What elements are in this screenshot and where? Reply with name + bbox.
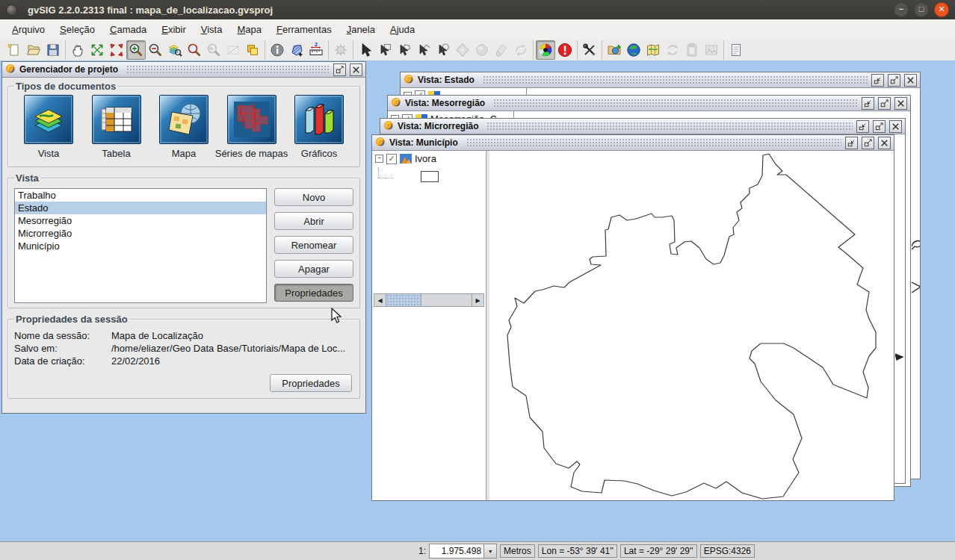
select-invert-icon[interactable] [511,40,531,60]
delete-button[interactable]: Apagar [274,260,353,278]
tree-collapse-icon[interactable]: − [375,155,383,163]
iconify-icon[interactable] [871,74,884,87]
municipio-titlebar[interactable]: Vista: Município [372,135,894,151]
zoom-layers-icon[interactable] [165,40,185,60]
zoom-extent-in-icon[interactable] [87,40,107,60]
window-project-manager[interactable]: Gerenciador de projeto Tipos de document… [1,61,366,414]
iconify-icon[interactable] [845,137,858,149]
select-buffer-icon[interactable] [453,40,472,60]
scale-value[interactable]: 1.975.498 [430,544,483,558]
scale-combo[interactable]: 1.975.498 ▼ [429,544,497,559]
doc-type-series-button[interactable] [227,95,276,144]
select-pointer-icon[interactable] [356,40,375,60]
geoprocess-icon[interactable] [331,40,350,60]
municipio-toc[interactable]: − ✓ Ivora ◀ ▶ [372,151,486,500]
save-project-icon[interactable] [43,40,63,60]
zoom-out-icon[interactable] [146,40,165,60]
select-sphere-icon[interactable] [472,40,492,60]
select-rectangle-icon[interactable] [375,40,395,60]
doc-type-graficos-button[interactable] [294,95,344,144]
menu-mapa[interactable]: Mapa [229,22,269,37]
view-list-item-municipio[interactable]: Município [15,240,266,252]
maximize-icon[interactable] [888,74,900,87]
maximize-icon[interactable] [873,120,886,133]
zoom-frame-icon[interactable] [223,40,243,60]
select-circle-icon[interactable] [433,40,453,60]
view-list-item-microrregiao[interactable]: Microrregião [15,227,266,240]
maximize-icon[interactable] [878,97,891,110]
view-titlebar[interactable]: Vista: Mesorregião [388,96,910,111]
titlebar-texture[interactable] [126,65,330,74]
zoom-previous-icon[interactable] [204,40,223,60]
close-icon[interactable] [904,74,917,87]
select-polygon-icon[interactable] [395,40,414,60]
properties-button[interactable]: Propriedades [274,284,353,302]
close-icon[interactable] [889,120,902,133]
zoom-extent-out-icon[interactable] [107,40,126,60]
zoom-selection-icon[interactable] [185,40,204,60]
add-layer-icon[interactable] [605,40,624,60]
menu-selecao[interactable]: Seleção [52,22,102,37]
maximize-icon[interactable] [333,63,346,76]
web-globe-icon[interactable] [624,40,643,60]
select-brush-icon[interactable] [492,40,511,60]
menu-ferramentas[interactable]: Ferramentas [269,22,339,37]
menu-janela[interactable]: Janela [339,22,383,37]
info-icon[interactable] [268,40,287,60]
zoom-in-icon[interactable] [126,40,146,60]
menu-arquivo[interactable]: Arquivo [4,22,52,37]
doc-type-vista-button[interactable] [24,95,73,144]
menu-exibir[interactable]: Exibir [154,22,194,37]
titlebar-texture[interactable] [493,99,858,108]
open-project-icon[interactable] [24,40,43,60]
layer-checkbox[interactable]: ✓ [386,154,397,164]
new-button[interactable]: Novo [274,188,353,206]
layer-label[interactable]: Ivora [415,153,436,164]
pan-icon[interactable] [68,40,87,60]
sync-icon[interactable] [663,40,682,60]
new-document-icon[interactable] [4,40,24,60]
toc-horizontal-scrollbar[interactable]: ◀ ▶ [374,293,484,307]
menu-camada[interactable]: Camada [102,22,154,37]
minimize-button[interactable]: − [894,2,909,17]
menu-vista[interactable]: Vista [194,22,230,37]
close-button[interactable]: ✕ [934,2,949,17]
select-line-icon[interactable] [414,40,433,60]
scroll-right-icon[interactable]: ▶ [472,294,483,306]
close-icon[interactable] [878,137,891,149]
legend-swatch[interactable] [421,171,439,182]
layer-row-ivora[interactable]: − ✓ Ivora [372,151,486,164]
iconify-icon[interactable] [862,97,874,110]
project-manager-titlebar[interactable]: Gerenciador de projeto [2,62,365,78]
map-sheet-icon[interactable] [643,40,663,60]
session-properties-button[interactable]: Propriedades [270,374,352,392]
menu-ajuda[interactable]: Ajuda [383,22,422,37]
view-list[interactable]: TrabalhoEstadoMesorregiãoMicrorregiãoMun… [14,188,267,303]
notes-icon[interactable] [726,40,746,60]
error-log-icon[interactable] [555,40,575,60]
view-list-item-mesorregiao[interactable]: Mesorregião [15,214,266,227]
measure-area-icon[interactable] [287,40,306,60]
view-list-item-estado[interactable]: Estado [15,202,266,214]
toolbox-icon[interactable] [580,40,599,60]
iconify-icon[interactable] [856,120,869,133]
doc-type-mapa-button[interactable] [159,95,208,144]
scrollbar-thumb[interactable] [386,294,421,306]
view-titlebar[interactable]: Vista: Microrregião [380,119,905,134]
copy-layer-icon[interactable] [243,40,262,60]
scroll-left-icon[interactable]: ◀ [374,294,386,306]
titlebar-texture[interactable] [486,122,853,131]
maximize-button[interactable]: □ [914,2,929,17]
view-titlebar[interactable]: Vista: Estado [401,72,920,88]
scale-dropdown-icon[interactable]: ▼ [483,544,496,558]
epsg-field[interactable]: EPSG:4326 [700,544,755,558]
titlebar-texture[interactable] [466,138,841,147]
measure-distance-icon[interactable]: 2 [306,40,326,60]
clipboard-icon[interactable] [682,40,702,60]
map-canvas[interactable] [489,151,894,500]
doc-type-tabela-button[interactable] [92,95,141,144]
view-list-item-trabalho[interactable]: Trabalho [15,189,266,202]
close-icon[interactable] [350,63,362,76]
screenshot-icon[interactable] [702,40,721,60]
window-vista-municipio[interactable]: Vista: Município − ✓ Ivora [371,134,894,501]
